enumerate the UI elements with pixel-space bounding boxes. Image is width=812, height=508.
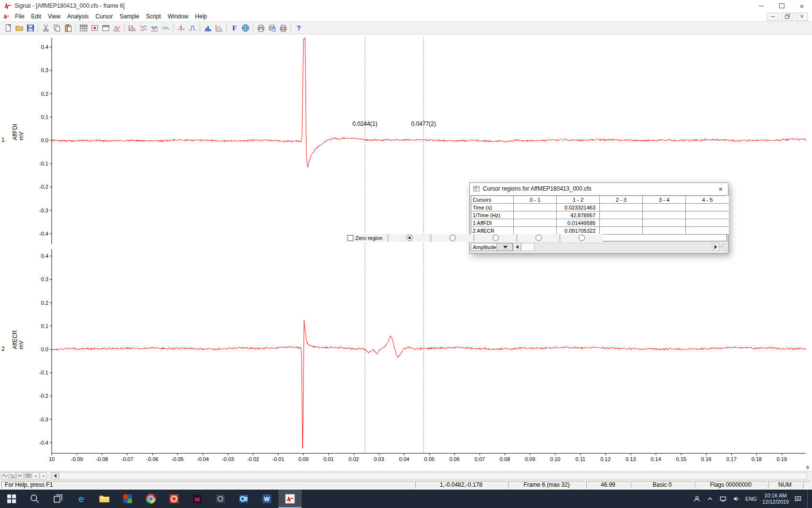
x-tick-label: 0.19 [777, 456, 787, 462]
region-radio-1-2[interactable] [450, 235, 456, 241]
indesign-icon[interactable]: Id [186, 490, 209, 508]
menu-edit[interactable]: Edit [28, 12, 44, 21]
show-desktop-button[interactable] [807, 490, 810, 508]
chrome-icon[interactable] [139, 490, 162, 508]
zero-region-checkbox[interactable] [348, 235, 353, 241]
menu-bar: FileEditViewAnalysisCursorSampleScriptWi… [0, 12, 812, 21]
region-radio-4-5[interactable] [579, 235, 585, 241]
pinned-app-1-icon[interactable] [116, 490, 139, 508]
outlook-icon[interactable] [232, 490, 255, 508]
menu-file[interactable]: File [12, 12, 28, 21]
start-button[interactable] [0, 490, 23, 508]
minimize-button[interactable] [751, 0, 771, 12]
measurement-mode-value: Amplitude [471, 244, 496, 250]
help-button[interactable]: ? [293, 23, 304, 33]
pulses-button[interactable] [187, 23, 198, 33]
scroll-right-button[interactable] [712, 243, 720, 251]
region-radio-0-1[interactable] [406, 235, 413, 241]
show-frame-button[interactable] [9, 472, 16, 479]
mdi-minimize-button[interactable] [767, 13, 779, 21]
power-spectrum-button[interactable] [149, 23, 160, 33]
window-controls: × [751, 0, 812, 12]
memory-view-button[interactable] [100, 23, 111, 33]
taskbar-clock[interactable]: 10:16 AM 12/12/2019 [762, 493, 789, 505]
action-center-icon[interactable] [794, 495, 802, 503]
copy-button[interactable] [51, 23, 62, 33]
document-icon[interactable] [3, 13, 10, 20]
menu-cursor[interactable]: Cursor [92, 12, 116, 21]
dropdown-arrow-icon [496, 243, 512, 251]
edge-icon[interactable]: e [70, 490, 93, 508]
network-icon[interactable] [719, 495, 727, 503]
menu-view[interactable]: View [44, 12, 64, 21]
pinned-app-2-icon[interactable] [162, 490, 186, 508]
table-row: 1 AffFDI0.01449585 [471, 219, 726, 227]
scrollbar-track[interactable] [535, 243, 712, 251]
global-resources-button[interactable] [240, 23, 251, 33]
scrollbar-thumb[interactable] [521, 243, 535, 251]
print-visible-button[interactable] [277, 23, 289, 33]
font-button[interactable]: F [229, 23, 240, 33]
dialog-title-bar[interactable]: Cursor regions for AffMEP180413_000.cfs … [470, 183, 728, 194]
cut-button[interactable] [40, 23, 51, 33]
menu-analysis[interactable]: Analysis [64, 12, 92, 21]
measurement-mode-dropdown[interactable]: Amplitude [471, 243, 513, 251]
paste-button[interactable] [62, 23, 73, 33]
print-button[interactable] [255, 23, 266, 33]
cursor-add-button[interactable] [175, 23, 187, 33]
sampling-config-button[interactable] [78, 23, 89, 33]
process-button[interactable] [111, 23, 122, 33]
application-window: Signal - [AffMEP180413_000.cfs - frame 6… [0, 0, 812, 508]
people-icon[interactable] [693, 495, 701, 503]
overdraw-button[interactable] [127, 23, 138, 33]
dialog-close-button[interactable]: × [713, 185, 728, 193]
word-icon[interactable]: W [255, 490, 278, 508]
menu-sample[interactable]: Sample [116, 12, 143, 21]
y-tick-label: 0.1 [41, 114, 48, 120]
maximize-button[interactable] [771, 0, 792, 12]
print-preview-button[interactable] [266, 23, 277, 33]
x-scrollbar-track[interactable] [59, 472, 807, 479]
resize-grip[interactable] [720, 243, 727, 251]
x-tick-label: 0.02 [348, 456, 359, 462]
scroll-left-button[interactable] [513, 243, 521, 251]
x-scroll-left-button[interactable] [51, 472, 59, 479]
task-view-button[interactable] [46, 490, 70, 508]
column-header-0-1: 0 - 1 [514, 196, 557, 204]
sample-now-button[interactable] [89, 23, 100, 33]
chevron-up-icon[interactable] [706, 495, 714, 503]
title-bar[interactable]: Signal - [AffMEP180413_000.cfs - frame 6… [0, 0, 812, 12]
dialog-icon [473, 185, 480, 192]
signal-app-icon[interactable] [278, 490, 302, 508]
open-file-button[interactable] [14, 23, 25, 33]
save-file-button[interactable] [25, 23, 36, 33]
close-button[interactable]: × [792, 0, 812, 12]
row-label: 1 AffFDI [471, 219, 514, 227]
average-button[interactable] [138, 23, 149, 33]
region-radio-3-4[interactable] [536, 235, 542, 241]
histogram-button[interactable] [202, 23, 213, 33]
overlay-frames-button[interactable] [1, 472, 8, 479]
y-tick-label: -0.1 [39, 370, 48, 375]
xy-view-button[interactable] [213, 23, 224, 33]
new-file-button[interactable] [2, 23, 14, 33]
svg-text:«: « [34, 474, 37, 478]
pinned-app-3-icon[interactable] [209, 490, 232, 508]
file-explorer-icon[interactable] [93, 490, 116, 508]
previous-frame-button[interactable]: « [32, 472, 39, 479]
menu-window[interactable]: Window [164, 12, 192, 21]
mdi-close-button[interactable]: × [796, 13, 808, 21]
frame-overdraw-button[interactable] [16, 472, 24, 479]
region-radio-2-3[interactable] [493, 235, 499, 241]
search-button[interactable] [23, 490, 46, 508]
menu-script[interactable]: Script [143, 12, 164, 21]
cell-empty [643, 227, 686, 235]
language-indicator[interactable]: ENG [745, 496, 757, 502]
menu-help[interactable]: Help [192, 12, 211, 21]
next-frame-button[interactable]: » [40, 472, 47, 479]
frame-grid-button[interactable] [24, 472, 31, 479]
mdi-restore-button[interactable] [781, 13, 794, 21]
measure-button[interactable] [160, 23, 171, 33]
speaker-icon[interactable] [732, 495, 740, 503]
dialog-scrollbar[interactable] [513, 243, 720, 251]
